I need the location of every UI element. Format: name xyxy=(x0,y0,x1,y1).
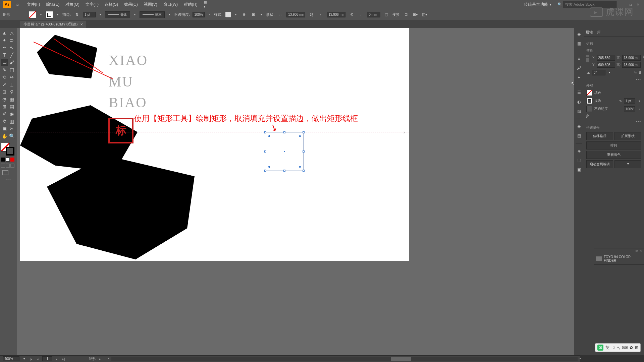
selection-handle[interactable] xyxy=(303,170,305,172)
opacity-input[interactable] xyxy=(624,106,635,112)
first-artboard-icon[interactable]: |◂ xyxy=(29,357,33,361)
curvature-tool[interactable]: ∿ xyxy=(8,44,15,51)
selection-handle[interactable] xyxy=(264,150,266,153)
corner-widget[interactable] xyxy=(268,166,270,168)
close-tab-icon[interactable]: × xyxy=(80,22,83,27)
width-profile-select[interactable]: 等比 xyxy=(105,11,130,18)
selection-handle[interactable] xyxy=(283,170,285,172)
graphic-styles-icon[interactable]: ▤ xyxy=(576,132,582,139)
scroll-left-icon[interactable]: ◂ xyxy=(107,357,110,360)
height-input[interactable] xyxy=(622,62,641,68)
corner-widget[interactable] xyxy=(299,135,301,137)
appearance-panel-icon[interactable]: ◉ xyxy=(576,123,582,130)
rectangle-tool[interactable]: ▭ xyxy=(1,59,8,66)
tab-libraries[interactable]: 库 xyxy=(597,30,601,35)
scale-tool[interactable]: ⤢ xyxy=(1,81,8,88)
artboard-number-input[interactable] xyxy=(42,356,52,361)
shaper-tool[interactable]: ✎ xyxy=(1,66,8,73)
type-tool[interactable]: T xyxy=(1,52,8,58)
corner-input[interactable] xyxy=(367,12,380,17)
tab-properties[interactable]: 属性 xyxy=(586,30,593,35)
transform-label[interactable]: 变换 xyxy=(392,12,400,17)
chevron-right-icon[interactable]: › xyxy=(637,108,641,111)
swatches-panel-icon[interactable]: ▦ xyxy=(576,40,582,47)
perspective-tool[interactable]: ▦ xyxy=(8,96,15,103)
chevron-down-icon[interactable]: ▾ xyxy=(133,13,137,16)
puppet-tool[interactable]: ⚲ xyxy=(8,88,15,95)
opacity-swatch[interactable] xyxy=(586,106,592,112)
shape-height-input[interactable] xyxy=(327,12,345,17)
symbol-sprayer-tool[interactable]: ✲ xyxy=(1,118,8,125)
menu-window[interactable]: 窗口(W) xyxy=(161,0,180,9)
menu-panel-icon[interactable]: ☰ xyxy=(576,89,582,96)
global-edit-button[interactable]: 启动全局编辑 xyxy=(586,160,613,168)
color-mode-none[interactable] xyxy=(10,158,14,162)
color-finder-panel[interactable]: ◂◂ ✕ TOYO 94 COLOR FINDER xyxy=(594,248,644,265)
selection-handle[interactable] xyxy=(264,170,266,172)
gradient-panel-icon[interactable]: ◐ xyxy=(576,99,582,105)
selection-handle[interactable] xyxy=(264,131,266,133)
link-wh-icon[interactable]: ⛓ xyxy=(643,55,644,59)
ime-grid-icon[interactable]: ⊞ xyxy=(635,345,638,350)
menu-view[interactable]: 视图(V) xyxy=(141,0,160,9)
width-tool[interactable]: ⌶ xyxy=(8,81,15,88)
scrollbar-thumb[interactable] xyxy=(391,357,411,361)
more-transform-icon[interactable]: ••• xyxy=(586,77,641,81)
direct-selection-tool[interactable]: △ xyxy=(8,29,15,36)
corner-widget[interactable] xyxy=(299,166,301,168)
brushes-panel-icon[interactable]: 🖌 xyxy=(576,65,582,71)
magic-wand-tool[interactable]: ✦ xyxy=(1,37,8,44)
arrange-docs-icon[interactable]: ▦ ▾ xyxy=(204,0,210,9)
selected-rectangle[interactable] xyxy=(265,132,304,171)
ime-cog-icon[interactable]: ✿ xyxy=(630,345,633,350)
color-mode-solid[interactable] xyxy=(1,158,5,162)
chevron-down-icon[interactable]: ▾ xyxy=(637,100,641,103)
next-artboard-icon[interactable]: ▸ xyxy=(55,357,59,361)
stepper-icon[interactable]: ⇅ xyxy=(73,11,80,18)
artboard-tool[interactable]: ▣ xyxy=(1,125,8,132)
more-appearance-icon[interactable]: ••• xyxy=(586,120,641,123)
paintbrush-tool[interactable]: 🖌 xyxy=(8,59,15,66)
rotate-tool[interactable]: ⟲ xyxy=(1,74,8,80)
scroll-right-icon[interactable]: ▸ xyxy=(579,357,582,360)
asset-export-icon[interactable]: ⬚ xyxy=(576,157,582,164)
search-stock-input[interactable]: 搜索 Adobe Stock xyxy=(563,1,616,8)
layers-panel-icon[interactable]: ◈ xyxy=(576,147,582,154)
fx-icon[interactable]: fx. xyxy=(586,114,590,118)
screen-mode-full[interactable] xyxy=(6,164,10,168)
menu-object[interactable]: 对象(O) xyxy=(63,0,82,9)
recolor-button[interactable]: 重新着色 xyxy=(586,151,641,159)
angle-input[interactable] xyxy=(592,70,605,75)
canvas[interactable]: XIAO MU BIAO 标 使用【矩形工具】绘制矩形，取消填充并设置描边，做出… xyxy=(17,28,574,355)
reflect-tool[interactable]: ⇔ xyxy=(8,74,15,80)
brush-profile-select[interactable]: 基本 xyxy=(140,11,165,18)
line-tool[interactable]: ╱ xyxy=(8,52,15,58)
pen-tool[interactable]: ✒ xyxy=(1,44,8,51)
y-input[interactable] xyxy=(597,62,615,68)
link-icon[interactable]: ⛓ xyxy=(308,11,315,18)
transparency-panel-icon[interactable]: ▨ xyxy=(576,108,582,115)
hand-tool[interactable]: ✋ xyxy=(1,133,8,139)
menu-file[interactable]: 文件(F) xyxy=(24,0,43,9)
isolate-icon[interactable]: ⊡ xyxy=(402,11,409,18)
screen-mode-normal[interactable] xyxy=(1,164,5,168)
toolbox-more[interactable]: ••• xyxy=(1,178,16,182)
ime-moon-icon[interactable]: ☽ xyxy=(611,345,615,350)
fill-swatch[interactable] xyxy=(586,90,592,96)
fill-stroke-box[interactable] xyxy=(1,143,14,156)
ime-period-icon[interactable]: •, xyxy=(617,345,620,350)
color-mode-gradient[interactable] xyxy=(6,158,10,162)
menu-edit[interactable]: 编辑(E) xyxy=(43,0,62,9)
align-icon[interactable]: ⊞ xyxy=(250,11,257,18)
flip-h-icon[interactable]: ⇋ xyxy=(634,71,637,74)
last-artboard-icon[interactable]: ▸| xyxy=(61,357,66,361)
stroke-swatch[interactable] xyxy=(46,11,53,18)
chevron-right-icon[interactable]: › xyxy=(207,13,211,16)
x-input[interactable] xyxy=(597,55,615,61)
menu-effect[interactable]: 效果(C) xyxy=(121,0,141,9)
gradient-tool[interactable]: ▤ xyxy=(8,103,15,110)
draw-mode[interactable] xyxy=(10,164,14,168)
selection-handle[interactable] xyxy=(303,131,305,133)
corner-widget[interactable] xyxy=(268,135,270,137)
corner-type-icon[interactable]: ▢ xyxy=(383,11,390,18)
